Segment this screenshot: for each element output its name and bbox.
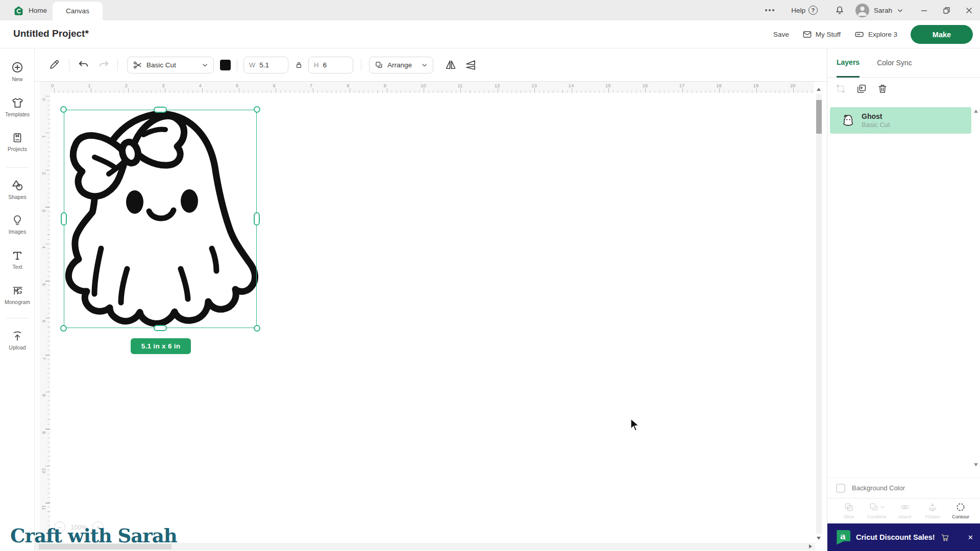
sidebar-item-new[interactable]: New [0,61,35,82]
chat-bubble-logo-icon: a [836,530,850,545]
ruler-h-label: 5 [236,83,238,88]
selection-handle-left[interactable] [61,212,67,226]
selection-border [64,110,257,328]
tab-color-sync[interactable]: Color Sync [877,48,912,78]
background-color-label: Background Color [852,484,905,492]
trash-icon[interactable] [877,83,888,94]
ruler-v-label: 3 [41,209,47,212]
undo-icon[interactable] [78,59,89,71]
color-swatch[interactable] [220,60,231,70]
lock-icon[interactable] [295,61,303,69]
sidebar-item-images[interactable]: Images [0,214,35,235]
layer-row-ghost[interactable]: Ghost Basic Cut [830,107,971,134]
layer-text: Ghost Basic Cut [862,112,890,129]
scrollbar-thumb[interactable] [816,100,822,134]
selection-handle-right[interactable] [254,212,260,226]
selected-object-ghost[interactable] [64,110,257,328]
canvas-vertical-scrollbar[interactable] [815,85,823,543]
ruler-v-label: 4 [41,246,47,248]
ruler-v-label: 11 [41,505,47,510]
scroll-right-icon[interactable] [809,544,812,548]
sidebar-item-templates[interactable]: Templates [0,96,35,117]
promo-banner[interactable]: a Cricut Discount Sales! ✕ [827,523,980,551]
banner-text: Cricut Discount Sales! [856,533,935,541]
help-button[interactable]: Help ? [791,6,818,15]
background-color-checkbox[interactable] [836,484,845,493]
tab-canvas[interactable]: Canvas [53,2,103,20]
chevron-down-icon [421,62,428,68]
banner-close-icon[interactable]: ✕ [968,534,973,541]
account-menu[interactable]: Sarah [855,4,903,17]
sidebar-item-shapes[interactable]: Shapes [0,179,35,200]
ruler-h-label: 9 [384,83,386,88]
restore-icon[interactable] [935,0,958,20]
close-icon[interactable] [958,0,980,20]
machine-icon [854,30,865,39]
linetype-dropdown[interactable]: Basic Cut [127,57,214,73]
flip-horizontal-icon[interactable] [445,59,457,71]
arrange-icon [375,61,383,69]
height-field[interactable]: H [308,57,353,73]
minimize-icon[interactable] [913,0,935,20]
flip-vertical-icon[interactable] [464,59,477,71]
ellipsis-menu-icon[interactable] [760,0,780,20]
height-input[interactable] [323,61,345,69]
panel-scroll-down-icon[interactable] [974,463,978,466]
action-label: Attach [898,514,912,519]
scroll-up-icon[interactable] [817,88,821,91]
ruler-horizontal: 01234567891011121314151617181920 [40,82,814,93]
scroll-down-icon[interactable] [817,537,821,540]
make-button[interactable]: Make [911,25,973,44]
action-label: Flatten [925,514,940,519]
selection-handle-top-right[interactable] [254,106,260,113]
marquee-select-icon[interactable] [835,83,846,94]
width-field[interactable]: W [243,57,288,73]
divider [6,318,29,318]
bell-icon[interactable] [831,0,848,20]
selection-handle-top[interactable] [154,107,167,113]
flatten-button[interactable]: Flatten [920,502,945,519]
combine-button[interactable]: Combine [865,502,889,519]
flatten-icon [927,502,938,512]
header-bar: Untitled Project* Save My Stuff Explore … [0,20,980,48]
tab-layers[interactable]: Layers [837,48,860,78]
ruler-v-label: 9 [41,431,47,434]
arrange-dropdown[interactable]: Arrange [369,57,433,73]
design-canvas[interactable]: 01234567891011121314151617181920 0123456… [35,82,827,551]
selection-handle-bottom-left[interactable] [60,325,67,332]
save-button[interactable]: Save [773,31,789,38]
pencil-icon[interactable] [48,59,60,70]
explore-label: Explore 3 [868,31,897,38]
width-input[interactable] [259,61,282,69]
attach-button[interactable]: Attach [893,502,917,519]
sidebar-item-text[interactable]: Text [0,249,35,270]
selection-handle-bottom[interactable] [154,325,167,331]
attach-icon [900,502,910,512]
user-name: Sarah [874,7,892,14]
ruler-h-label: 10 [421,83,426,88]
selection-handle-bottom-right[interactable] [254,325,260,332]
selection-handle-top-left[interactable] [60,106,67,113]
scrollbar-track[interactable] [816,94,822,534]
scissors-icon [133,60,142,70]
panel-scroll-up-icon[interactable] [974,110,978,113]
sidebar-item-monogram[interactable]: Monogram [0,284,35,305]
slice-button[interactable]: Slice [837,502,861,519]
tab-home[interactable]: Home [7,0,53,20]
contour-button[interactable]: Contour [948,502,973,519]
duplicate-icon[interactable] [856,83,867,94]
sidebar-label: New [12,76,22,82]
sidebar-item-projects[interactable]: Projects [0,132,35,152]
sidebar-label: Projects [8,146,27,152]
chevron-down-icon [202,62,208,68]
sidebar-label: Templates [5,111,30,117]
sidebar-item-upload[interactable]: Upload [0,330,35,350]
sidebar-label: Text [12,264,22,270]
divider [361,59,361,71]
layer-tools [835,83,888,94]
my-stuff-button[interactable]: My Stuff [802,30,841,39]
avatar-icon [855,4,869,17]
explore-machine-button[interactable]: Explore 3 [854,30,897,39]
selection-size-badge: 5.1 in x 6 in [131,338,191,354]
redo-icon[interactable] [98,59,110,71]
